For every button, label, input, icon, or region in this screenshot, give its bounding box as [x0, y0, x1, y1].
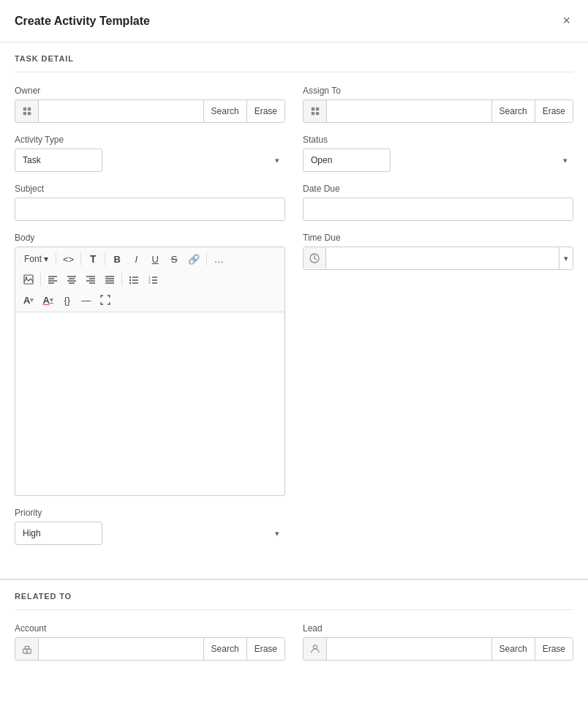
date-due-input[interactable]: {{today}} [303, 198, 573, 221]
priority-select-wrapper[interactable]: High Medium Low None [15, 522, 285, 545]
align-center-button[interactable] [63, 271, 80, 288]
owner-input[interactable]: {{INSERT [owner]}} [39, 100, 203, 122]
toolbar-sep-5 [40, 273, 41, 286]
body-group: Body Font ▾ <> T B I [15, 233, 285, 496]
assign-to-input[interactable]: {{INSERT [owner]}} [327, 100, 491, 122]
toolbar-sep-1 [56, 252, 56, 266]
subject-row: Subject Call #1 Date Due {{today}} [15, 184, 573, 221]
svg-point-28 [129, 282, 131, 284]
assign-to-input-group: {{INSERT [owner]}} Search Erase [303, 99, 573, 123]
activity-type-select[interactable]: Task Call Email Meeting [15, 149, 102, 172]
svg-text:3.: 3. [148, 281, 151, 285]
time-due-input[interactable]: 5:00 PM [326, 247, 559, 269]
related-to-section: RELATED TO Account Search Erase Lead {{i… [0, 580, 588, 687]
assign-to-group: Assign To {{INSERT [owner]}} Search Eras… [303, 86, 573, 123]
hr-button[interactable]: — [78, 291, 95, 309]
svg-rect-1 [27, 108, 30, 110]
subject-input[interactable]: Call #1 [15, 198, 285, 221]
toolbar-row-2: 1.2.3. [20, 271, 280, 288]
account-icon [15, 638, 39, 660]
editor-toolbar: Font ▾ <> T B I U S 🔗 … [15, 247, 284, 312]
toolbar-sep-2 [80, 252, 81, 266]
lead-input[interactable]: {{inserted record}} [327, 638, 491, 660]
account-search-button[interactable]: Search [203, 638, 246, 660]
priority-select[interactable]: High Medium Low None [15, 522, 102, 545]
lead-search-button[interactable]: Search [491, 638, 535, 660]
lead-input-group: {{inserted record}} Search Erase [303, 637, 573, 661]
svg-rect-0 [23, 108, 26, 110]
account-erase-button[interactable]: Erase [246, 638, 284, 660]
time-due-arrow[interactable]: ▾ [559, 247, 573, 269]
owner-label: Owner [15, 86, 285, 96]
account-input-group: Search Erase [15, 637, 285, 661]
assign-to-icon [304, 100, 327, 122]
align-right-button[interactable] [82, 271, 99, 288]
toolbar-row-3: A▾ A▾ {} — [20, 291, 280, 309]
svg-rect-7 [315, 112, 318, 115]
code-button[interactable]: <> [59, 250, 78, 268]
svg-point-42 [313, 645, 317, 649]
strikethrough-button[interactable]: S [165, 250, 183, 268]
svg-rect-2 [23, 112, 26, 115]
svg-rect-41 [26, 651, 28, 654]
lead-icon [304, 638, 327, 660]
underline-button[interactable]: U [146, 250, 164, 268]
assign-to-erase-button[interactable]: Erase [535, 100, 573, 122]
body-content[interactable] [15, 312, 284, 495]
assign-to-search-button[interactable]: Search [491, 100, 535, 122]
body-timedue-row: Body Font ▾ <> T B I [15, 233, 573, 496]
toolbar-sep-6 [121, 273, 122, 286]
more-button[interactable]: … [210, 250, 227, 268]
svg-rect-3 [27, 112, 30, 115]
activity-type-label: Activity Type [15, 135, 285, 145]
time-due-input-wrapper: 5:00 PM ▾ [303, 247, 573, 270]
priority-label: Priority [15, 508, 285, 518]
priority-row: Priority High Medium Low None [15, 508, 573, 545]
owner-icon [15, 100, 39, 122]
account-input[interactable] [39, 638, 203, 660]
svg-rect-5 [315, 108, 318, 110]
subject-group: Subject Call #1 [15, 184, 285, 221]
priority-group: Priority High Medium Low None [15, 508, 285, 545]
link-button[interactable]: 🔗 [184, 250, 203, 268]
code-block-button[interactable]: {} [59, 291, 76, 309]
list-unordered-button[interactable] [125, 271, 143, 288]
owner-input-group: {{INSERT [owner]}} Search Erase [15, 99, 285, 123]
bold-button[interactable]: B [108, 250, 126, 268]
owner-erase-button[interactable]: Erase [246, 100, 284, 122]
image-button[interactable] [20, 271, 37, 288]
heading-button[interactable]: T [84, 250, 102, 268]
subject-label: Subject [15, 184, 285, 194]
svg-point-26 [129, 277, 131, 278]
assign-to-label: Assign To [303, 86, 573, 96]
toolbar-row-1: Font ▾ <> T B I U S 🔗 … [20, 250, 280, 268]
activity-type-select-wrapper[interactable]: Task Call Email Meeting [15, 149, 285, 172]
bg-color-button[interactable]: A▾ [39, 291, 56, 309]
priority-spacer [303, 508, 573, 545]
lead-erase-button[interactable]: Erase [535, 638, 573, 660]
owner-search-button[interactable]: Search [203, 100, 246, 122]
align-left-button[interactable] [44, 271, 61, 288]
lead-label: Lead [303, 623, 573, 634]
font-button[interactable]: Font ▾ [20, 250, 53, 268]
list-ordered-button[interactable]: 1.2.3. [144, 271, 162, 288]
date-due-label: Date Due [303, 184, 573, 194]
modal-title: Create Activity Template [15, 15, 150, 28]
owner-assignto-row: Owner {{INSERT [owner]}} Search Erase As… [15, 86, 573, 123]
align-justify-button[interactable] [101, 271, 118, 288]
svg-point-27 [129, 279, 131, 281]
lead-group: Lead {{inserted record}} Search Erase [303, 623, 573, 661]
status-group: Status Open Closed Pending [303, 135, 573, 172]
status-select-wrapper[interactable]: Open Closed Pending [303, 149, 573, 172]
fullscreen-button[interactable] [97, 291, 114, 309]
owner-group: Owner {{INSERT [owner]}} Search Erase [15, 86, 285, 123]
italic-button[interactable]: I [127, 250, 145, 268]
account-label: Account [15, 623, 285, 634]
toolbar-sep-4 [206, 252, 207, 266]
status-select[interactable]: Open Closed Pending [303, 149, 391, 172]
svg-rect-4 [311, 108, 314, 110]
toolbar-sep-3 [105, 252, 105, 266]
time-due-label: Time Due [303, 233, 573, 243]
text-color-button[interactable]: A▾ [20, 291, 37, 309]
close-button[interactable]: × [559, 10, 573, 31]
